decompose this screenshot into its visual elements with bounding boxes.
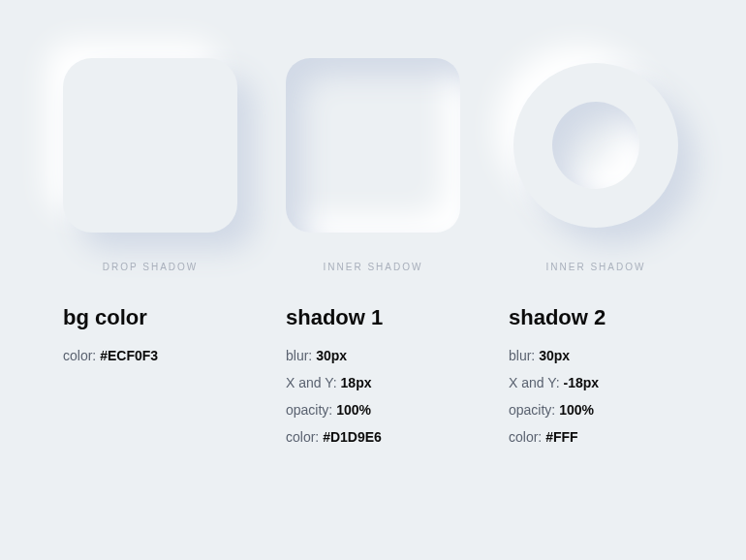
labels-row: DROP SHADOW INNER SHADOW INNER SHADOW: [53, 262, 693, 272]
spec-line: blur: 30px: [509, 348, 693, 363]
spec-line: color: #ECF0F3: [63, 348, 247, 363]
spec-line: blur: 30px: [286, 348, 470, 363]
shape-inner-shadow-ring: [499, 63, 693, 228]
shape-label: INNER SHADOW: [499, 262, 693, 272]
inner-shadow-ring: [513, 63, 678, 228]
specs-row: bg color color: #ECF0F3 shadow 1 blur: 3…: [53, 305, 693, 456]
shapes-row: [53, 58, 693, 233]
spec-shadow-2: shadow 2 blur: 30px X and Y: -18px opaci…: [499, 305, 693, 456]
shape-inner-shadow-square: [276, 58, 470, 233]
spec-shadow-1: shadow 1 blur: 30px X and Y: 18px opacit…: [276, 305, 470, 456]
shape-drop-shadow: [53, 58, 247, 233]
inner-shadow-square: [286, 58, 460, 233]
spec-title: bg color: [63, 305, 247, 330]
spec-title: shadow 2: [509, 305, 693, 330]
spec-line: color: #FFF: [509, 429, 693, 445]
spec-bg-color: bg color color: #ECF0F3: [53, 305, 247, 456]
drop-shadow-square: [63, 58, 237, 233]
spec-line: X and Y: -18px: [509, 375, 693, 390]
spec-line: color: #D1D9E6: [286, 429, 470, 445]
spec-line: opacity: 100%: [286, 402, 470, 418]
spec-line: X and Y: 18px: [286, 375, 470, 390]
spec-title: shadow 1: [286, 305, 470, 330]
shape-label: INNER SHADOW: [276, 262, 470, 272]
shape-label: DROP SHADOW: [53, 262, 247, 272]
spec-line: opacity: 100%: [509, 402, 693, 418]
